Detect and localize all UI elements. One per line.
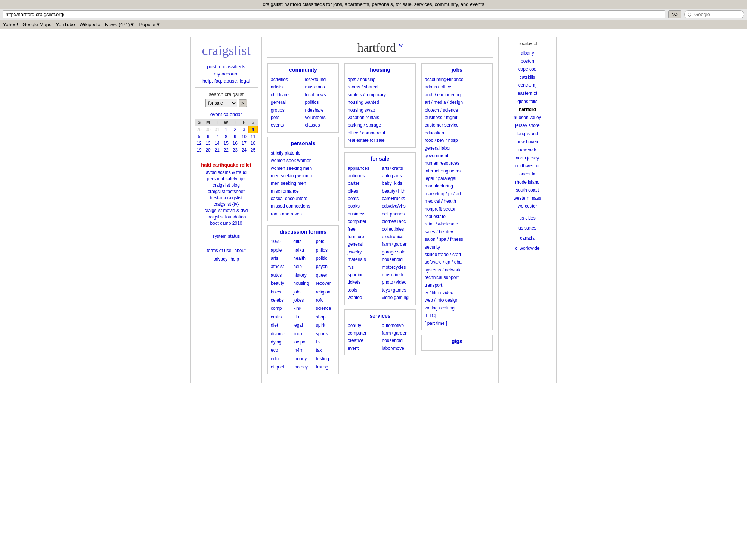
cal-day-24[interactable]: 24 bbox=[239, 147, 248, 153]
job-human-resources[interactable]: human resources bbox=[425, 159, 489, 167]
forum-testing[interactable]: testing bbox=[316, 355, 335, 363]
cal-day-8[interactable]: 8 bbox=[221, 133, 230, 140]
safety-tips-link[interactable]: personal safety tips bbox=[195, 176, 258, 181]
forum-recover[interactable]: recover bbox=[316, 280, 335, 287]
job-internet-engineers[interactable]: internet engineers bbox=[425, 167, 489, 175]
job-government[interactable]: government bbox=[425, 152, 489, 159]
fs-furniture[interactable]: furniture bbox=[348, 233, 378, 240]
job-etc[interactable]: [ETC] bbox=[425, 312, 489, 319]
refresh-button[interactable]: c↺ bbox=[668, 10, 682, 18]
fs-computer[interactable]: computer bbox=[348, 218, 378, 225]
cal-day-16[interactable]: 16 bbox=[230, 140, 239, 147]
cal-day-7[interactable]: 7 bbox=[213, 133, 221, 140]
personals-wsw[interactable]: women seek women bbox=[271, 157, 335, 164]
fs-free[interactable]: free bbox=[348, 225, 378, 233]
community-lost-found[interactable]: lost+found bbox=[305, 76, 336, 83]
nearby-eastern-ct[interactable]: eastern ct bbox=[502, 90, 552, 98]
fs-household[interactable]: household bbox=[382, 256, 413, 263]
fs-bikes[interactable]: bikes bbox=[348, 187, 378, 195]
help-bottom-link[interactable]: help bbox=[230, 256, 239, 262]
community-rideshare[interactable]: rideshare bbox=[305, 106, 336, 114]
cal-day-15[interactable]: 15 bbox=[221, 140, 230, 147]
forum-queer[interactable]: queer bbox=[316, 271, 335, 279]
job-web[interactable]: web / info design bbox=[425, 296, 489, 304]
fs-tools[interactable]: tools bbox=[348, 286, 378, 294]
nearby-north-jersey[interactable]: north jersey bbox=[502, 154, 552, 162]
svc-beauty[interactable]: beauty bbox=[348, 322, 378, 329]
forum-sports[interactable]: sports bbox=[316, 330, 335, 337]
community-general[interactable]: general bbox=[271, 99, 301, 106]
fs-photo-video[interactable]: photo+video bbox=[382, 279, 413, 286]
forum-tax[interactable]: tax bbox=[316, 346, 335, 354]
job-retail[interactable]: retail / wholesale bbox=[425, 220, 489, 228]
fs-business[interactable]: business bbox=[348, 210, 378, 218]
help-link[interactable]: help, faq, abuse, legal bbox=[195, 78, 258, 84]
cal-day-1[interactable]: 1 bbox=[221, 126, 230, 133]
community-events[interactable]: events bbox=[271, 121, 301, 129]
forum-diet[interactable]: diet bbox=[271, 321, 290, 329]
job-biotech[interactable]: biotech / science bbox=[425, 106, 489, 114]
job-sales[interactable]: sales / biz dev bbox=[425, 228, 489, 236]
job-marketing[interactable]: marketing / pr / ad bbox=[425, 190, 489, 197]
fs-appliances[interactable]: appliances bbox=[348, 165, 378, 172]
fs-books[interactable]: books bbox=[348, 202, 378, 210]
forum-help[interactable]: help bbox=[293, 263, 313, 270]
forum-religion[interactable]: religion bbox=[316, 288, 335, 296]
address-input[interactable] bbox=[3, 10, 665, 18]
job-customer-service[interactable]: customer service bbox=[425, 121, 489, 129]
privacy-link[interactable]: privacy bbox=[213, 256, 227, 262]
job-technical[interactable]: technical support bbox=[425, 274, 489, 281]
cal-day-10[interactable]: 10 bbox=[239, 133, 248, 140]
forum-rofo[interactable]: rofo bbox=[316, 296, 335, 304]
forum-politic[interactable]: politic bbox=[316, 255, 335, 262]
job-real-estate[interactable]: real estate bbox=[425, 213, 489, 220]
personals-msm[interactable]: men seeking men bbox=[271, 180, 335, 187]
svc-creative[interactable]: creative bbox=[348, 337, 378, 344]
personals-wsm[interactable]: women seeking men bbox=[271, 165, 335, 172]
forum-bikes[interactable]: bikes bbox=[271, 288, 290, 296]
community-artists[interactable]: artists bbox=[271, 83, 301, 91]
cal-day-9[interactable]: 9 bbox=[230, 133, 239, 140]
nearby-worcester[interactable]: worcester bbox=[502, 202, 552, 211]
job-security[interactable]: security bbox=[425, 243, 489, 251]
best-of-link[interactable]: best-of-craigslist bbox=[195, 195, 258, 200]
canada-link[interactable]: canada bbox=[502, 236, 552, 241]
svc-computer[interactable]: computer bbox=[348, 329, 378, 337]
community-musicians[interactable]: musicians bbox=[305, 83, 336, 91]
bookmark-yahoo[interactable]: Yahoo! bbox=[3, 22, 18, 27]
fs-arts-crafts[interactable]: arts+crafts bbox=[382, 165, 413, 172]
fs-video-gaming[interactable]: video gaming bbox=[382, 294, 413, 301]
forum-kink[interactable]: kink bbox=[293, 305, 313, 312]
job-transport[interactable]: transport bbox=[425, 281, 489, 289]
factsheet-link[interactable]: craigslist factsheet bbox=[195, 189, 258, 194]
job-accounting[interactable]: accounting+finance bbox=[425, 76, 489, 83]
nearby-jersey-shore[interactable]: jersey shore bbox=[502, 122, 552, 130]
job-skilled-trade[interactable]: skilled trade / craft bbox=[425, 251, 489, 258]
nearby-south-coast[interactable]: south coast bbox=[502, 186, 552, 195]
personals-missed[interactable]: missed connections bbox=[271, 202, 335, 210]
cal-day-4[interactable]: 4 bbox=[248, 126, 257, 133]
avoid-scams-link[interactable]: avoid scams & fraud bbox=[195, 170, 258, 175]
cal-day-12[interactable]: 12 bbox=[195, 140, 204, 147]
housing-office[interactable]: office / commercial bbox=[348, 129, 412, 137]
job-software[interactable]: software / qa / dba bbox=[425, 258, 489, 266]
forum-autos[interactable]: autos bbox=[271, 271, 290, 279]
fs-cell-phones[interactable]: cell phones bbox=[382, 210, 413, 218]
job-admin[interactable]: admin / office bbox=[425, 83, 489, 91]
bookmark-news[interactable]: News (471)▼ bbox=[105, 22, 134, 27]
fs-baby-kids[interactable]: baby+kids bbox=[382, 180, 413, 187]
nearby-rhode-island[interactable]: rhode island bbox=[502, 178, 552, 187]
nearby-new-haven[interactable]: new haven bbox=[502, 138, 552, 146]
forum-eco[interactable]: eco bbox=[271, 346, 290, 354]
housing-rooms[interactable]: rooms / shared bbox=[348, 83, 412, 91]
nearby-glens-falls[interactable]: glens falls bbox=[502, 98, 552, 106]
cal-day-29[interactable]: 29 bbox=[195, 126, 204, 133]
fs-farm-garden[interactable]: farm+garden bbox=[382, 240, 413, 248]
job-part-time[interactable]: [ part time ] bbox=[425, 320, 489, 327]
job-salon[interactable]: salon / spa / fitness bbox=[425, 236, 489, 243]
svc-labor-move[interactable]: labor/move bbox=[382, 345, 413, 352]
housing-swap[interactable]: housing swap bbox=[348, 106, 412, 114]
cal-day-20[interactable]: 20 bbox=[204, 147, 213, 153]
nearby-northwest-ct[interactable]: northwest ct bbox=[502, 162, 552, 170]
forum-linux[interactable]: linux bbox=[293, 330, 313, 337]
